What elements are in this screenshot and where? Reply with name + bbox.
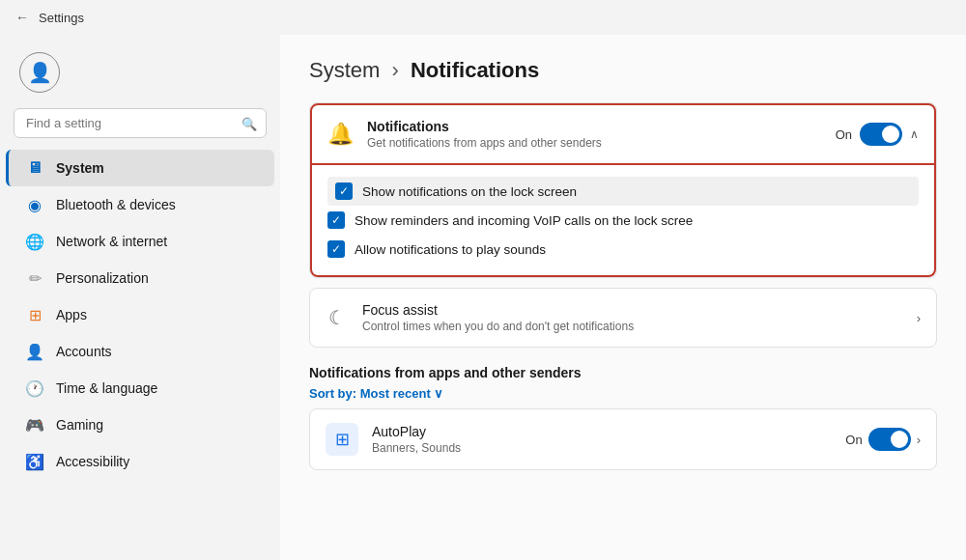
- sidebar-item-accounts[interactable]: 👤Accounts: [6, 333, 274, 370]
- focus-assist-subtitle: Control times when you do and don't get …: [362, 320, 903, 333]
- focus-assist-icon: ☾: [326, 306, 349, 329]
- search-area: 🔍: [14, 108, 267, 138]
- sidebar-label-accounts: Accounts: [56, 344, 112, 359]
- sidebar-icon-system: 🖥: [25, 158, 44, 178]
- main-layout: 👤 🔍 🖥System◉Bluetooth & devices🌐Network …: [0, 35, 966, 560]
- sidebar-label-accessibility: Accessibility: [56, 454, 129, 469]
- checkbox-sounds-label: Allow notifications to play sounds: [355, 242, 546, 257]
- notifications-title: Notifications: [367, 119, 822, 134]
- autoplay-subtitle: Banners, Sounds: [372, 441, 832, 455]
- sidebar-label-gaming: Gaming: [56, 417, 103, 433]
- checkbox-lockscreen[interactable]: ✓ Show notifications on the lock screen: [327, 177, 919, 206]
- notifications-chevron[interactable]: ∧: [910, 127, 919, 141]
- autoplay-chevron[interactable]: ›: [917, 433, 921, 447]
- notifications-toggle[interactable]: [860, 123, 902, 146]
- bell-icon: 🔔: [327, 122, 354, 147]
- breadcrumb-arrow: ›: [391, 58, 398, 82]
- apps-section-heading: Notifications from apps and other sender…: [309, 365, 937, 380]
- sidebar-item-time[interactable]: 🕐Time & language: [6, 370, 274, 406]
- sidebar-icon-time: 🕐: [25, 378, 44, 398]
- notifications-toggle-area: On ∧: [836, 123, 919, 146]
- sidebar-icon-network: 🌐: [25, 232, 44, 251]
- focus-assist-row[interactable]: ☾ Focus assist Control times when you do…: [310, 289, 936, 347]
- focus-assist-text: Focus assist Control times when you do a…: [362, 302, 903, 333]
- title-bar-label: Settings: [39, 11, 84, 25]
- checkbox-sounds[interactable]: ✓ Allow notifications to play sounds: [327, 235, 919, 264]
- focus-assist-chevron: ›: [917, 311, 921, 325]
- checkbox-lockscreen-check[interactable]: ✓: [335, 182, 353, 200]
- user-avatar-area: 👤: [0, 44, 280, 108]
- notifications-sub-section: ✓ Show notifications on the lock screen …: [310, 165, 936, 277]
- search-input[interactable]: [14, 108, 267, 138]
- sort-chevron[interactable]: ∨: [434, 386, 443, 401]
- avatar-icon: 👤: [28, 61, 52, 84]
- sidebar: 👤 🔍 🖥System◉Bluetooth & devices🌐Network …: [0, 35, 280, 560]
- sidebar-nav: 🖥System◉Bluetooth & devices🌐Network & in…: [0, 150, 280, 480]
- sidebar-label-system: System: [56, 160, 104, 176]
- back-button[interactable]: ←: [15, 10, 29, 25]
- sidebar-icon-personalization: ✏: [25, 268, 44, 288]
- focus-assist-title: Focus assist: [362, 302, 903, 318]
- autoplay-row: ⊞ AutoPlay Banners, Sounds On ›: [310, 409, 936, 469]
- sort-value-text[interactable]: Most recent: [360, 386, 431, 401]
- autoplay-toggle[interactable]: [868, 428, 911, 451]
- content-area: System › Notifications 🔔 Notifications G…: [280, 35, 966, 560]
- autoplay-icon: ⊞: [335, 429, 350, 450]
- checkbox-voip-check[interactable]: ✓: [327, 211, 345, 229]
- sidebar-label-time: Time & language: [56, 380, 157, 396]
- checkbox-lockscreen-label: Show notifications on the lock screen: [362, 184, 577, 199]
- sidebar-label-bluetooth: Bluetooth & devices: [56, 197, 176, 212]
- sidebar-item-network[interactable]: 🌐Network & internet: [6, 223, 274, 260]
- sidebar-label-network: Network & internet: [56, 234, 167, 249]
- sidebar-item-personalization[interactable]: ✏Personalization: [6, 260, 274, 296]
- sidebar-icon-accessibility: ♿: [25, 452, 44, 471]
- sidebar-item-system[interactable]: 🖥System: [6, 150, 274, 186]
- checkbox-sounds-check[interactable]: ✓: [327, 240, 345, 258]
- sidebar-item-accessibility[interactable]: ♿Accessibility: [6, 443, 274, 480]
- focus-assist-card: ☾ Focus assist Control times when you do…: [309, 288, 937, 348]
- autoplay-on-label: On: [845, 433, 862, 447]
- breadcrumb-system: System: [309, 58, 380, 82]
- autoplay-card: ⊞ AutoPlay Banners, Sounds On ›: [309, 408, 937, 470]
- sort-row: Sort by: Most recent ∨: [309, 386, 937, 401]
- page-title: Notifications: [411, 58, 539, 82]
- sort-label: Sort by:: [309, 386, 356, 401]
- sidebar-label-apps: Apps: [56, 307, 87, 322]
- notifications-text-group: Notifications Get notifications from app…: [367, 119, 822, 150]
- sidebar-label-personalization: Personalization: [56, 270, 149, 286]
- focus-assist-right: ›: [917, 311, 921, 325]
- checkbox-voip[interactable]: ✓ Show reminders and incoming VoIP calls…: [327, 206, 919, 235]
- autoplay-right: On ›: [845, 428, 921, 451]
- page-header: System › Notifications: [309, 58, 937, 83]
- avatar[interactable]: 👤: [19, 52, 60, 93]
- sidebar-icon-apps: ⊞: [25, 305, 44, 324]
- notifications-subtitle: Get notifications from apps and other se…: [367, 136, 822, 150]
- sidebar-icon-bluetooth: ◉: [25, 195, 44, 214]
- sidebar-item-apps[interactable]: ⊞Apps: [6, 296, 274, 333]
- sidebar-icon-accounts: 👤: [25, 342, 44, 361]
- search-icon: 🔍: [242, 116, 257, 130]
- sidebar-icon-gaming: 🎮: [25, 415, 44, 434]
- autoplay-text: AutoPlay Banners, Sounds: [372, 424, 832, 455]
- notifications-card: 🔔 Notifications Get notifications from a…: [309, 102, 937, 278]
- checkbox-voip-label: Show reminders and incoming VoIP calls o…: [355, 213, 693, 228]
- notifications-main-row: 🔔 Notifications Get notifications from a…: [310, 103, 936, 165]
- sidebar-item-gaming[interactable]: 🎮Gaming: [6, 406, 274, 443]
- autoplay-icon-box: ⊞: [326, 423, 358, 456]
- sidebar-item-bluetooth[interactable]: ◉Bluetooth & devices: [6, 186, 274, 223]
- autoplay-title: AutoPlay: [372, 424, 832, 439]
- title-bar: ← Settings: [0, 0, 966, 35]
- notifications-on-label: On: [836, 127, 852, 142]
